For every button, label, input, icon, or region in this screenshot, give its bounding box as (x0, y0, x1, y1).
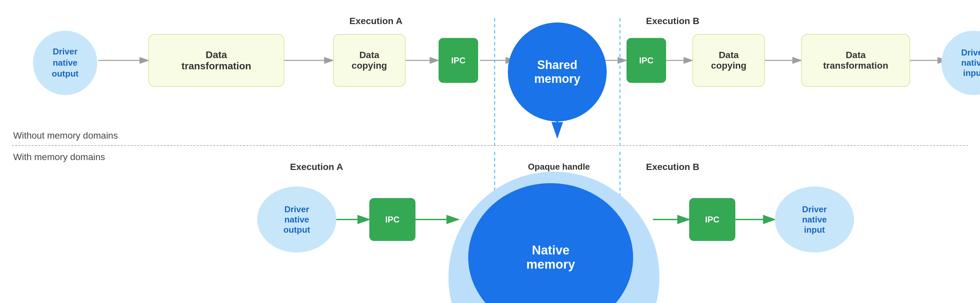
driver-native-input-bottom: Driver native input (775, 187, 854, 252)
exec-b-label-bottom: Execution B (627, 162, 719, 172)
exec-a-label-top: Execution A (330, 16, 422, 26)
ipc-bottom-left: IPC (369, 198, 415, 241)
shared-memory: Shared memory (508, 22, 607, 121)
diagram-container: Without memory domains With memory domai… (0, 0, 980, 303)
exec-a-label-bottom: Execution A (270, 162, 363, 172)
data-copying-top-right: Data copying (692, 34, 765, 87)
data-transformation-top-right: Data transformation (801, 34, 910, 87)
data-transformation-top: Data transformation (148, 34, 284, 87)
section-label-top: Without memory domains (13, 131, 118, 141)
opaque-handle-label: Opaque handle (516, 162, 602, 172)
driver-native-output-bottom: Driver native output (257, 187, 336, 252)
section-label-bottom: With memory domains (13, 152, 105, 163)
ipc-top-right: IPC (627, 38, 666, 83)
section-divider (12, 145, 968, 146)
ipc-top-left: IPC (439, 38, 478, 83)
exec-b-label-top: Execution B (627, 16, 719, 26)
ipc-bottom-right: IPC (689, 198, 735, 241)
data-copying-top-left: Data copying (333, 34, 406, 87)
driver-native-output-top: Driver native output (33, 31, 97, 95)
